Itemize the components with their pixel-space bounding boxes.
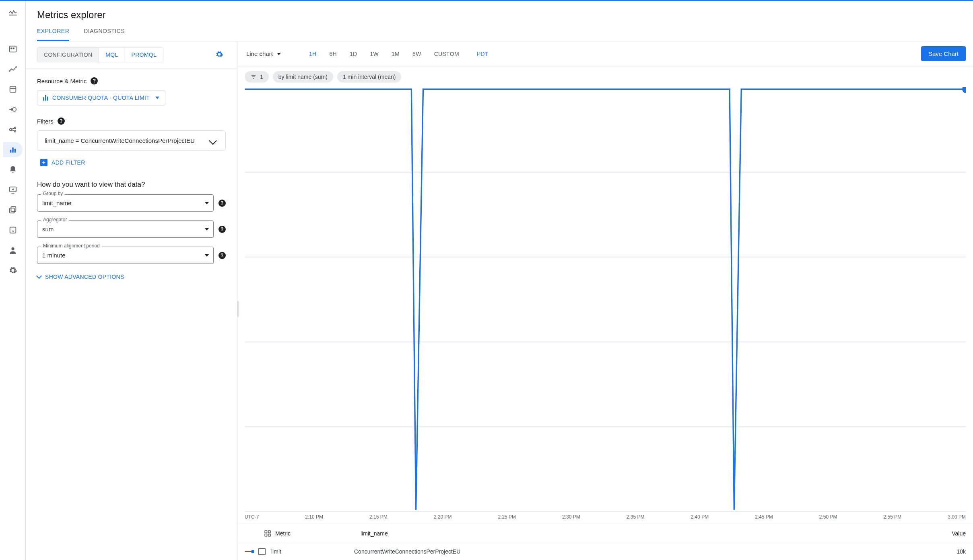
legend-value: 10k [934, 548, 966, 555]
svg-line-13 [12, 128, 14, 129]
nav-dashboards-icon[interactable] [3, 62, 23, 77]
group-by-label: Group by [41, 191, 65, 196]
help-icon[interactable]: ? [219, 252, 226, 259]
nav-metrics-explorer-icon[interactable] [3, 142, 23, 157]
svg-rect-22 [10, 227, 16, 233]
subtab-mql[interactable]: MQL [99, 47, 125, 62]
save-chart-button[interactable]: Save Chart [921, 46, 966, 61]
nav-debug-icon[interactable] [3, 222, 23, 238]
time-1m[interactable]: 1M [387, 48, 404, 60]
chart-plot-area[interactable] [245, 87, 966, 512]
nav-services-icon[interactable] [3, 82, 23, 97]
time-1d[interactable]: 1D [345, 48, 362, 60]
show-advanced-button[interactable]: SHOW ADVANCED OPTIONS [37, 274, 124, 280]
chip-groupby[interactable]: by limit name (sum) [273, 71, 333, 82]
svg-rect-35 [265, 534, 267, 536]
caret-down-icon [277, 53, 281, 55]
time-1h[interactable]: 1H [304, 48, 322, 60]
subtab-configuration[interactable]: CONFIGURATION [37, 47, 99, 62]
aggregator-label: Aggregator [41, 217, 69, 222]
view-heading: How do you want to view that data? [37, 181, 145, 189]
show-advanced-label: SHOW ADVANCED OPTIONS [45, 274, 124, 280]
svg-rect-21 [9, 208, 14, 213]
time-custom[interactable]: CUSTOM [429, 48, 464, 60]
svg-rect-16 [12, 148, 14, 153]
nav-settings-icon[interactable] [3, 263, 23, 278]
filters-label: Filters [37, 118, 54, 125]
legend-checkbox[interactable] [258, 548, 266, 555]
nav-groups-icon[interactable] [3, 202, 23, 218]
time-range-group: 1H 6H 1D 1W 1M 6W CUSTOM [304, 48, 464, 60]
svg-rect-36 [268, 534, 270, 536]
svg-rect-1 [9, 46, 16, 52]
chart-panel: Line chart 1H 6H 1D 1W 1M 6W CUSTOM PDT … [237, 41, 973, 560]
help-icon[interactable]: ? [91, 77, 98, 84]
group-by-select[interactable]: limit_name [37, 194, 214, 212]
timezone-button[interactable]: PDT [473, 48, 492, 60]
help-icon[interactable]: ? [58, 117, 65, 125]
svg-rect-34 [268, 531, 270, 533]
metric-selector[interactable]: CONSUMER QUOTA - QUOTA LIMIT [37, 90, 165, 105]
nav-alerting-icon[interactable] [3, 162, 23, 177]
page-title: Metrics explorer [37, 9, 962, 21]
svg-rect-17 [14, 149, 16, 152]
chart-x-axis: UTC-7 2:10 PM 2:15 PM 2:20 PM 2:25 PM 2:… [237, 512, 973, 524]
filter-item[interactable]: limit_name = ConcurrentWriteConnectionsP… [37, 130, 226, 151]
svg-line-14 [12, 130, 14, 131]
nav-uptime-icon[interactable] [3, 182, 23, 198]
gear-icon[interactable] [213, 48, 226, 62]
svg-point-2 [10, 48, 12, 49]
svg-rect-6 [10, 86, 16, 93]
tab-explorer[interactable]: EXPLORER [37, 28, 69, 41]
main-tabs: EXPLORER DIAGNOSTICS [37, 28, 962, 41]
time-6h[interactable]: 6H [324, 48, 342, 60]
add-filter-label: ADD FILTER [52, 159, 85, 166]
help-icon[interactable]: ? [219, 226, 226, 233]
tab-diagnostics[interactable]: DIAGNOSTICS [84, 28, 125, 41]
series-swatch [245, 551, 253, 552]
plus-icon: + [40, 159, 47, 166]
min-align-select[interactable]: 1 minute [37, 247, 214, 264]
nav-overview-icon[interactable] [3, 41, 23, 57]
chevron-down-icon [36, 273, 42, 279]
bars-icon [43, 95, 48, 101]
help-icon[interactable]: ? [219, 200, 226, 207]
svg-point-10 [9, 128, 12, 131]
svg-rect-33 [265, 531, 267, 533]
chip-interval[interactable]: 1 min interval (mean) [337, 71, 402, 82]
svg-point-32 [962, 87, 966, 93]
svg-point-8 [12, 107, 16, 111]
filter-icon [250, 74, 257, 80]
chart-type-label: Line chart [246, 50, 273, 57]
time-6w[interactable]: 6W [408, 48, 426, 60]
svg-rect-15 [10, 150, 11, 152]
aggregator-select[interactable]: sum [37, 220, 214, 238]
caret-down-icon [155, 97, 159, 99]
config-panel: CONFIGURATION MQL PROMQL Resource & Metr… [26, 41, 237, 560]
config-subtabs: CONFIGURATION MQL PROMQL [37, 47, 163, 62]
time-1w[interactable]: 1W [365, 48, 383, 60]
legend-header: Metric limit_name Value [237, 524, 973, 543]
nav-rail [0, 1, 26, 560]
chart-type-selector[interactable]: Line chart [245, 48, 282, 60]
nav-input-icon[interactable] [3, 102, 23, 117]
svg-point-23 [11, 247, 14, 250]
caret-down-icon [205, 228, 209, 231]
add-filter-button[interactable]: + ADD FILTER [37, 156, 89, 169]
legend-row[interactable]: limit ConcurrentWriteConnectionsPerProje… [237, 543, 973, 560]
nav-monitoring-icon[interactable] [3, 5, 23, 21]
subtab-promql[interactable]: PROMQL [125, 47, 163, 62]
svg-point-12 [14, 131, 16, 132]
legend-col-value: Value [934, 530, 966, 537]
legend-limit-name: ConcurrentWriteConnectionsPerProjectEU [354, 548, 934, 555]
caret-down-icon [205, 254, 209, 257]
chip-series-count[interactable]: 1 [245, 71, 269, 82]
resource-metric-label: Resource & Metric [37, 78, 87, 84]
filter-text: limit_name = ConcurrentWriteConnectionsP… [45, 137, 195, 144]
resize-handle[interactable] [237, 301, 239, 317]
svg-rect-20 [11, 207, 16, 212]
metric-chip-label: CONSUMER QUOTA - QUOTA LIMIT [52, 95, 150, 101]
legend-col-limit-name: limit_name [361, 530, 934, 537]
nav-slos-icon[interactable] [3, 122, 23, 137]
nav-user-icon[interactable] [3, 243, 23, 258]
